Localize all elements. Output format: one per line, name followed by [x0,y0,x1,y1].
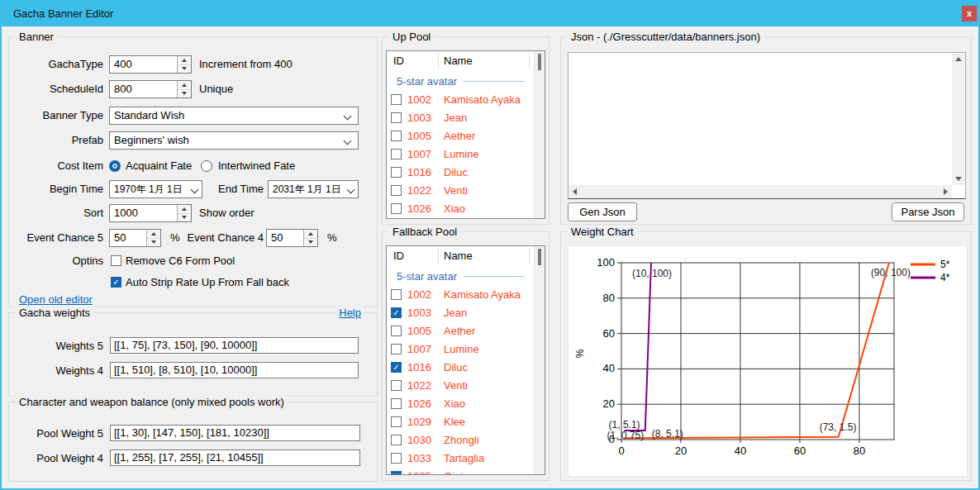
item-checkbox[interactable] [391,94,402,105]
pool-item-row[interactable]: ✓1003Jean [387,304,545,322]
item-checkbox[interactable] [391,398,402,409]
spin-down-button[interactable] [178,213,191,222]
spin-up-button[interactable] [178,56,191,64]
item-checkbox[interactable] [391,416,402,427]
intertwined-fate-label: Intertwined Fate [218,157,295,175]
pool-item-row[interactable]: 1003Jean [387,109,545,127]
schedule-id-spinner[interactable]: 800 [109,80,192,98]
pool-item-row[interactable]: ✓1035Qiqi [387,468,545,475]
intertwined-fate-radio[interactable] [201,160,212,172]
item-checkbox[interactable] [391,453,402,464]
item-checkbox-checked[interactable]: ✓ [391,362,402,373]
weights5-input[interactable]: [[1, 75], [73, 150], [90, 10000]] [110,337,359,354]
spin-up-button[interactable] [178,205,191,213]
column-header-id[interactable]: ID [393,246,404,266]
parse-json-button[interactable]: Parse Json [892,202,964,221]
scrollbar[interactable] [534,246,545,474]
auto-strip-checkbox[interactable]: ✓ [111,277,121,288]
list-header[interactable]: ID Name [387,51,545,71]
spin-up-button[interactable] [147,230,160,238]
spin-up-button[interactable] [178,81,191,89]
pool-item-row[interactable]: 1005Aether [387,322,545,340]
scrollbar[interactable] [534,51,545,218]
pool-item-row[interactable]: 1022Venti [387,377,545,395]
close-button[interactable]: x [962,6,977,21]
pool-item-row[interactable]: 1007Lumine [387,145,545,164]
item-checkbox[interactable] [391,167,402,178]
open-old-editor-link[interactable]: Open old editor [19,293,93,306]
column-header-name[interactable]: Name [444,246,473,266]
item-checkbox[interactable] [391,185,402,196]
help-link[interactable]: Help [336,307,364,319]
scroll-down-icon[interactable] [955,177,962,181]
item-checkbox[interactable] [391,435,402,445]
item-checkbox[interactable] [391,326,402,336]
gacha-type-spinner[interactable]: 400 [109,55,192,74]
vertical-scrollbar[interactable] [952,53,965,185]
item-checkbox[interactable] [391,344,402,354]
list-body: 1002Kamisato Ayaka✓1003Jean1005Aether100… [387,286,545,475]
spin-down-button[interactable] [178,64,191,74]
scroll-right-icon[interactable] [944,188,948,195]
item-checkbox[interactable] [391,149,402,159]
pool-item-row[interactable]: 1007Lumine [387,340,545,359]
item-checkbox[interactable] [391,289,402,300]
pool-item-row[interactable]: ✓1016Diluc [387,359,545,377]
chevron-down-icon [344,112,352,121]
pool-item-row[interactable]: 1002Kamisato Ayaka [387,91,545,109]
scrollbar-thumb[interactable] [538,249,541,265]
item-name: Lumine [444,145,479,164]
point-annotation: (10, 100) [632,268,672,279]
pool-item-row[interactable]: 1029Klee [387,413,545,431]
arrow-down-icon [182,216,187,219]
arrow-down-icon [182,92,187,95]
spin-up-button[interactable] [304,230,317,238]
list-group-header-label: 5-star avatar [397,270,457,283]
scroll-left-icon[interactable] [573,188,577,195]
pool-weight4-value: [[1, 255], [17, 255], [21, 10455]] [114,451,264,464]
prefab-dropdown[interactable]: Beginners' wish [109,131,359,150]
pool-weight5-input[interactable]: [[1, 30], [147, 150], [181, 10230]] [110,425,360,441]
json-textarea[interactable] [568,52,966,199]
gen-json-button[interactable]: Gen Json [568,202,637,221]
pool-item-row[interactable]: 1026Xiao [387,200,545,218]
pool-item-row[interactable]: 1033Tartaglia [387,450,545,468]
pool-item-row[interactable]: 1002Kamisato Ayaka [387,286,545,304]
item-checkbox[interactable] [391,131,402,141]
remove-c6-checkbox[interactable] [111,255,121,266]
pool-item-row[interactable]: 1030Zhongli [387,431,545,450]
item-checkbox[interactable] [391,203,402,214]
end-time-picker[interactable]: 2031年 1月 1日 [268,180,359,198]
horizontal-scrollbar[interactable] [568,185,952,198]
fallback-pool-list[interactable]: ID Name 5-star avatar 1002Kamisato Ayaka… [386,245,545,475]
event-chance5-spinner[interactable]: 50 [109,229,161,247]
pool-item-row[interactable]: 1026Xiao [387,395,545,413]
scroll-up-icon[interactable] [955,57,962,61]
weights4-input[interactable]: [[1, 510], [8, 510], [10, 10000]] [110,362,359,378]
acquaint-fate-radio[interactable] [109,160,121,172]
scrollbar-thumb[interactable] [538,54,541,70]
cost-item-row: Cost Item Acquaint Fate Intertwined Fate [16,157,370,175]
item-checkbox[interactable] [391,380,402,391]
up-pool-list[interactable]: ID Name 5-star avatar 1002Kamisato Ayaka… [386,50,545,219]
pool-weight4-input[interactable]: [[1, 255], [17, 255], [21, 10455]] [110,450,360,466]
sort-spinner[interactable]: 1000 [109,204,192,222]
json-text-content[interactable] [569,54,951,184]
spin-down-button[interactable] [304,238,317,247]
pool-item-row[interactable]: 1016Diluc [387,164,545,182]
item-id: 1005 [407,127,431,145]
item-checkbox[interactable] [391,112,402,123]
pool-item-row[interactable]: 1005Aether [387,127,545,145]
event-chance4-spinner[interactable]: 50 [266,229,318,247]
column-header-name[interactable]: Name [444,51,473,71]
item-checkbox-checked[interactable]: ✓ [391,471,402,475]
weight-chart-panel: 020406080020406080100%(10, 100)(90, 100)… [568,245,968,477]
pool-item-row[interactable]: 1022Venti [387,182,545,200]
spin-down-button[interactable] [147,238,160,247]
item-checkbox-checked[interactable]: ✓ [391,307,402,318]
column-header-id[interactable]: ID [393,51,404,71]
title-bar[interactable]: Gacha Banner Editor x [0,0,980,26]
banner-type-dropdown[interactable]: Standard Wish [109,107,359,125]
spin-down-button[interactable] [178,89,191,98]
list-header[interactable]: ID Name [387,246,545,266]
